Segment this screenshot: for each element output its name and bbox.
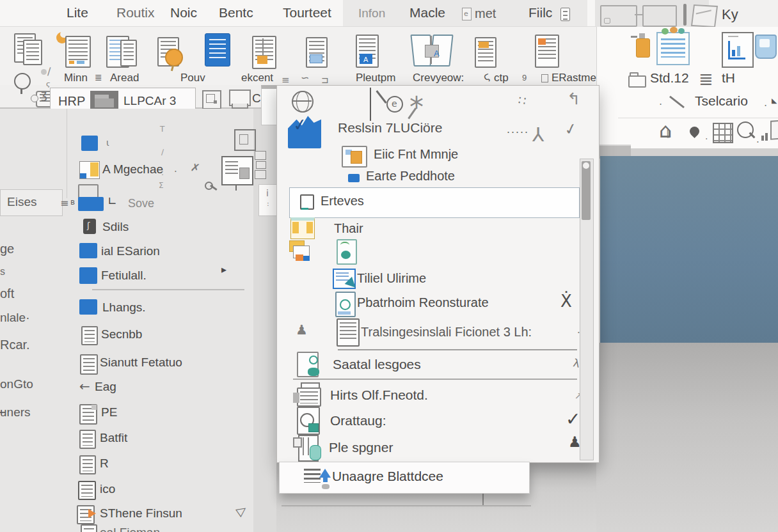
- doc-a-icon[interactable]: A: [356, 35, 379, 68]
- menu-item-earte[interactable]: Earte Peddhote: [366, 169, 455, 184]
- menu-item-thair[interactable]: Thair: [334, 221, 363, 236]
- menu-item-eiic[interactable]: Eiic Fnt Mmnje: [374, 147, 458, 162]
- bottle-icon[interactable]: [636, 38, 650, 58]
- page-flag-icon: [770, 120, 778, 140]
- orange-arrow: [88, 509, 96, 518]
- dropdown-title: Reslsin 7LUCiöre: [338, 120, 442, 136]
- erastme-icon[interactable]: [535, 35, 559, 68]
- eises-label: Eises: [7, 195, 36, 209]
- list-item-sthene[interactable]: SThene Finsun: [100, 506, 182, 520]
- lined-doc-icon: [81, 326, 98, 345]
- curved-arrow-icon[interactable]: ↰: [567, 91, 580, 107]
- list-item-eag[interactable]: Eag: [95, 380, 116, 394]
- document-canvas[interactable]: [600, 156, 778, 343]
- menu-item-saatal[interactable]: Saatal lesgoes: [333, 357, 421, 372]
- search-icon-foot: [301, 208, 308, 210]
- document-icon: [560, 8, 570, 21]
- grid-button-icon[interactable]: [202, 90, 221, 109]
- lined-doc-icon: [79, 455, 96, 474]
- menu-item-tiliel[interactable]: Tiliel Ulirime: [357, 271, 426, 286]
- list-item-r[interactable]: R: [100, 457, 109, 471]
- tselcario-label[interactable]: Tselcario: [695, 93, 748, 109]
- tab-macle[interactable]: Macle: [409, 5, 445, 20]
- yellow-grid-icon: [290, 217, 315, 239]
- tab-lite[interactable]: Lite: [67, 5, 88, 20]
- tab-fiilc[interactable]: Fiilc: [528, 5, 552, 20]
- ribbon-label-crevyeow: Crevyeow:: [413, 72, 464, 84]
- list-item-sove[interactable]: Sove: [128, 197, 154, 210]
- lower-horizontal-line: [282, 505, 531, 506]
- list-item-fetiulall[interactable]: Fetiulall.: [101, 269, 147, 283]
- search-box[interactable]: [289, 187, 580, 218]
- list-item-ico[interactable]: ico: [100, 482, 115, 496]
- orange-dot-icon: [41, 69, 47, 75]
- menu-item-orattaug[interactable]: Orattaug:: [330, 413, 386, 428]
- tab-ky[interactable]: Ky: [722, 6, 738, 23]
- list-item-secnbb[interactable]: Secnbb: [101, 327, 142, 341]
- folder-outline-icon: [628, 75, 646, 88]
- minn-icon[interactable]: [65, 36, 91, 68]
- menu-item-tralsing[interactable]: Tralsingesinslali Ficionet 3 Lh:: [361, 325, 532, 340]
- x-dot-icon[interactable]: Ẋ: [560, 293, 572, 309]
- tab-routix[interactable]: Routix: [116, 5, 155, 20]
- wand-star-icon[interactable]: *: [409, 93, 424, 121]
- scrollbar-dot: [583, 162, 589, 169]
- check-icon: ✓: [566, 411, 580, 428]
- blue-square-icon[interactable]: [81, 136, 98, 151]
- ky-tab-shade: [709, 0, 778, 29]
- e-badge-icon[interactable]: e: [386, 96, 403, 113]
- dot-icon: ·: [756, 138, 759, 148]
- list-item-esarion[interactable]: ial ESarion: [101, 244, 160, 258]
- list-item-batfit[interactable]: Batfit: [100, 431, 127, 445]
- floating-item-label: Unaagre Blattdcee: [332, 469, 443, 484]
- strong-lined-doc-icon: [337, 318, 360, 347]
- flag-icon[interactable]: [691, 4, 718, 27]
- mgechae-icon: [79, 161, 100, 179]
- small-s-icon: ϛ: [46, 81, 50, 88]
- lined-doc-dark-icon: [78, 481, 96, 500]
- stack-icon: [255, 151, 266, 160]
- table-grid-icon[interactable]: [713, 123, 733, 143]
- list-item-sdils[interactable]: Sdils: [102, 220, 129, 234]
- eises-box[interactable]: Eises: [0, 189, 63, 216]
- list-item-mgechae[interactable]: A Mgechae: [102, 162, 163, 176]
- std-label[interactable]: Std.12: [650, 70, 689, 86]
- window-box-2[interactable]: [642, 5, 677, 27]
- chart-doc-icon[interactable]: [722, 32, 754, 68]
- jar-icon[interactable]: [755, 35, 777, 59]
- list-item-lhangs[interactable]: Lhangs.: [102, 301, 146, 315]
- ekcent-icon[interactable]: [205, 33, 230, 66]
- menu-item-hirts[interactable]: Hirts Olf.Fneotd.: [330, 387, 428, 403]
- teal-globe-doc-icon[interactable]: [337, 239, 357, 265]
- blue-bar-icon[interactable]: [78, 197, 104, 211]
- submenu-arrow-icon: ▸: [221, 265, 226, 275]
- search-input[interactable]: [319, 193, 565, 209]
- stacked-pages-icon: [294, 382, 321, 405]
- turned-y-icon: Y: [532, 124, 544, 143]
- tab-bentc[interactable]: Bentc: [219, 5, 253, 20]
- dropdown-scrollbar-thumb[interactable]: [582, 161, 591, 220]
- magnifier-icon[interactable]: [14, 73, 31, 90]
- notepad-icon[interactable]: [656, 32, 690, 65]
- floating-menu-item[interactable]: Unaagre Blattdcee: [279, 462, 530, 494]
- edge-label-ge: ge: [0, 242, 14, 256]
- ribbon-label-ekcent: ekcent: [241, 72, 273, 84]
- book-icon[interactable]: A: [412, 33, 452, 66]
- tab-met[interactable]: met: [475, 6, 496, 21]
- script-x-icon: ✗: [190, 162, 201, 174]
- person-chat-icon: [297, 352, 319, 377]
- list-icon-dot: [31, 95, 38, 102]
- ctp-icon[interactable]: [475, 37, 496, 68]
- th-label[interactable]: tH: [722, 70, 735, 86]
- menu-item-ple[interactable]: Ple spgner: [329, 440, 393, 455]
- tab-infon[interactable]: Infon: [358, 6, 385, 20]
- doc-blue-icon[interactable]: [306, 37, 328, 68]
- list-item-pe[interactable]: PE: [101, 405, 117, 419]
- tab-noic[interactable]: Noic: [170, 5, 197, 20]
- list-item-partial[interactable]: eal Fieman: [100, 526, 160, 532]
- list-item-sianutt[interactable]: Sianutt Fetatuo: [100, 356, 182, 370]
- grid-doc-icon[interactable]: [252, 36, 276, 69]
- dropdown-side-tab[interactable]: i :: [258, 184, 278, 216]
- menu-item-pbatrhoim[interactable]: Pbatrhoim Reonsturate: [357, 295, 489, 310]
- tab-tourteet[interactable]: Tourteet: [283, 5, 331, 20]
